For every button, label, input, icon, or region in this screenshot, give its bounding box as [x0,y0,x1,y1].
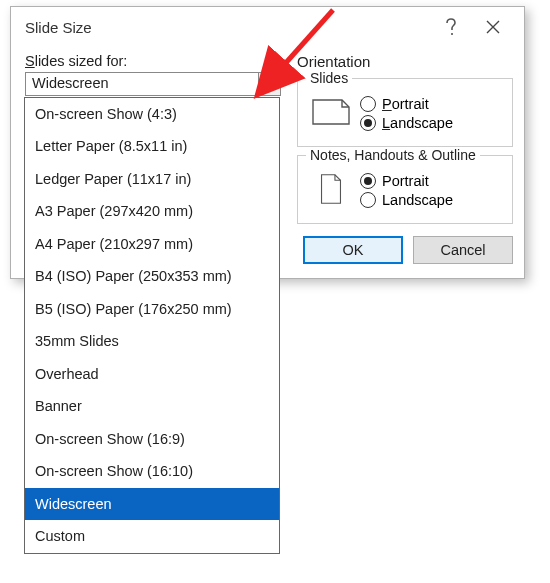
notes-landscape-radio[interactable]: Landscape [360,192,453,208]
dropdown-item[interactable]: On-screen Show (4:3) [25,98,279,130]
title-bar: Slide Size [11,7,524,47]
combo-value: Widescreen [26,73,258,95]
dropdown-item[interactable]: Custom [25,520,279,552]
slides-portrait-radio[interactable]: Portrait [360,96,453,112]
question-icon [444,17,458,37]
dropdown-item[interactable]: On-screen Show (16:10) [25,455,279,487]
cancel-button[interactable]: Cancel [413,236,513,264]
slides-sized-for-combo[interactable]: Widescreen [25,72,281,96]
slides-sized-for-label: Slides sized for: [25,53,281,69]
group-slides-label: Slides [306,70,352,86]
dropdown-item[interactable]: Banner [25,390,279,422]
portrait-page-icon [312,174,350,204]
radio-icon [360,115,376,131]
dropdown-item[interactable]: On-screen Show (16:9) [25,423,279,455]
slides-landscape-radio[interactable]: Landscape [360,115,453,131]
landscape-page-icon [312,97,350,127]
dropdown-item[interactable]: Widescreen [25,488,279,520]
dropdown-item[interactable]: 35mm Slides [25,325,279,357]
slides-sized-for-dropdown[interactable]: On-screen Show (4:3)Letter Paper (8.5x11… [24,97,280,554]
dropdown-item[interactable]: A4 Paper (210x297 mm) [25,228,279,260]
dialog-buttons: OK Cancel [297,236,513,264]
dropdown-item[interactable]: Ledger Paper (11x17 in) [25,163,279,195]
ok-button[interactable]: OK [303,236,403,264]
dropdown-item[interactable]: Overhead [25,358,279,390]
orientation-slides-group: Slides Portrait Landscape [297,78,513,147]
radio-icon [360,173,376,189]
notes-portrait-radio[interactable]: Portrait [360,173,453,189]
orientation-notes-group: Notes, Handouts & Outline Portrait [297,155,513,224]
close-icon [486,20,500,34]
orientation-label: Orientation [297,53,513,70]
radio-icon [360,96,376,112]
chevron-down-icon [265,81,275,87]
dropdown-item[interactable]: Letter Paper (8.5x11 in) [25,130,279,162]
help-button[interactable] [430,11,472,43]
dialog-title: Slide Size [25,19,430,36]
group-notes-label: Notes, Handouts & Outline [306,147,480,163]
dropdown-item[interactable]: B4 (ISO) Paper (250x353 mm) [25,260,279,292]
radio-icon [360,192,376,208]
close-button[interactable] [472,11,514,43]
combo-drop-button[interactable] [258,73,280,95]
dropdown-item[interactable]: B5 (ISO) Paper (176x250 mm) [25,293,279,325]
dropdown-item[interactable]: A3 Paper (297x420 mm) [25,195,279,227]
